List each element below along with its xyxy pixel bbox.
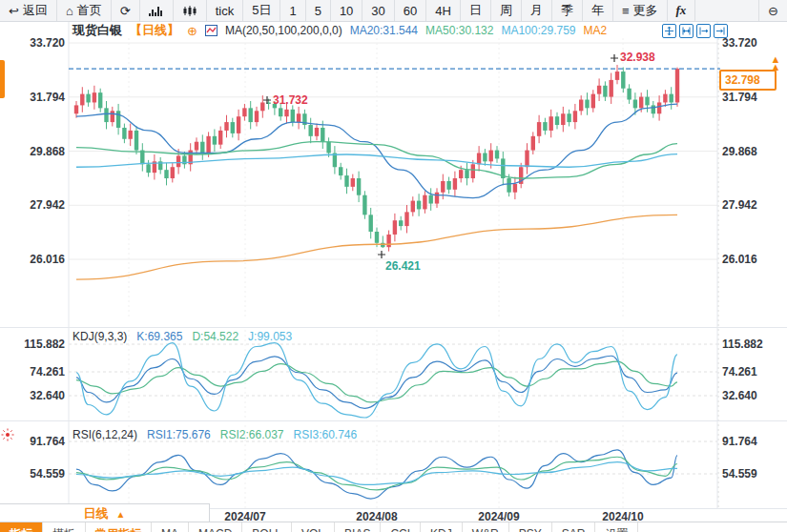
more-button-icon: ≡ bbox=[622, 5, 630, 17]
interval-tick-label: tick bbox=[216, 4, 235, 18]
tab-PSY[interactable]: PSY bbox=[509, 522, 552, 532]
candle-body bbox=[597, 86, 601, 94]
back-button-icon: ↩ bbox=[9, 5, 19, 17]
interval-5[interactable]: 5 bbox=[306, 0, 331, 21]
candle-body bbox=[675, 69, 679, 102]
indicator-tab-bar: 指标模板常用指标MAMACDBOLLVOLBIASCCIKDJW&RPSYSAR… bbox=[0, 522, 787, 532]
interval-1[interactable]: 1 bbox=[280, 0, 305, 21]
tab-常用指标[interactable]: 常用指标 bbox=[86, 522, 152, 532]
tab-MA[interactable]: MA bbox=[152, 522, 189, 532]
home-button[interactable]: ⌂首页 bbox=[57, 0, 112, 21]
back-button-label: 返回 bbox=[23, 2, 48, 19]
chart-canvas[interactable]: 32.93831.73226.421 bbox=[0, 21, 787, 532]
current-price-tag[interactable]: 32.798 bbox=[719, 70, 777, 91]
candle-body bbox=[116, 111, 120, 128]
symbol-name: 现货白银 bbox=[72, 22, 122, 39]
rsi3-value: RSI3:60.746 bbox=[293, 428, 357, 441]
candle-body bbox=[555, 116, 559, 125]
add-indicator-icon[interactable]: ⊕ bbox=[187, 24, 197, 38]
candle-body bbox=[206, 136, 210, 153]
candle-body bbox=[291, 110, 295, 122]
candle-body bbox=[104, 108, 108, 122]
interval-quarter[interactable]: 季 bbox=[552, 0, 583, 21]
refresh-button[interactable]: ⟳ bbox=[112, 0, 140, 21]
interval-5d-label: 5日 bbox=[252, 2, 271, 19]
tab-设置[interactable]: 设置 bbox=[595, 522, 638, 532]
zoom-out-button[interactable]: ⊖ bbox=[758, 0, 787, 21]
zoom-out-icon: ⊖ bbox=[768, 5, 778, 17]
crosshair-move-icon[interactable] bbox=[662, 24, 676, 38]
tab-MACD[interactable]: MACD bbox=[189, 522, 242, 532]
tab-BIAS[interactable]: BIAS bbox=[335, 522, 381, 532]
pan-right-icon[interactable] bbox=[696, 24, 711, 38]
interval-60[interactable]: 60 bbox=[395, 0, 426, 21]
back-button[interactable]: ↩返回 bbox=[0, 0, 57, 21]
candle-body bbox=[255, 111, 259, 122]
interval-quarter-label: 季 bbox=[561, 2, 573, 19]
candle-body bbox=[399, 220, 403, 226]
candle-body bbox=[579, 100, 583, 112]
candle-body bbox=[242, 108, 246, 116]
fx-button[interactable]: fx bbox=[668, 0, 696, 21]
interval-5d[interactable]: 5日 bbox=[243, 0, 280, 21]
line-chart-button[interactable] bbox=[140, 0, 174, 21]
fit-x-axis-icon[interactable] bbox=[679, 24, 694, 38]
ma-params-label: MA(20,50,100,200,0,0) bbox=[225, 24, 342, 37]
interval-10-label: 10 bbox=[340, 4, 353, 18]
interval-30[interactable]: 30 bbox=[362, 0, 394, 21]
go-to-latest-icon[interactable] bbox=[714, 24, 728, 38]
current-price-value: 32.798 bbox=[725, 73, 760, 87]
tab-BOLL[interactable]: BOLL bbox=[242, 522, 292, 532]
interval-4h[interactable]: 4H bbox=[426, 0, 461, 21]
interval-60-label: 60 bbox=[404, 4, 417, 18]
interval-year[interactable]: 年 bbox=[583, 0, 613, 21]
interval-30-label: 30 bbox=[371, 4, 384, 18]
candle-body bbox=[531, 136, 535, 151]
interval-tick[interactable]: tick bbox=[207, 0, 244, 21]
tab-KDJ[interactable]: KDJ bbox=[421, 522, 463, 532]
candle-body bbox=[657, 102, 661, 113]
candle-body bbox=[489, 151, 493, 162]
candle-body bbox=[369, 215, 373, 232]
candle-body bbox=[459, 170, 463, 178]
candle-body bbox=[74, 105, 78, 113]
candle-body bbox=[279, 108, 282, 116]
candle-body bbox=[603, 86, 607, 97]
candle-body bbox=[386, 235, 390, 247]
kdj-header: KDJ(9,3,3) K:69.365 D:54.522 J:99.053 bbox=[72, 330, 292, 343]
more-button-label: 更多 bbox=[633, 2, 658, 19]
candle-body bbox=[98, 92, 102, 108]
interval-10[interactable]: 10 bbox=[331, 0, 362, 21]
tab-模板[interactable]: 模板 bbox=[43, 522, 86, 532]
low-annotation: 26.421 bbox=[385, 259, 421, 273]
candle-body bbox=[423, 195, 426, 210]
candle-body bbox=[393, 220, 397, 235]
live-indicator-icon[interactable] bbox=[1, 428, 14, 445]
candle-body bbox=[284, 110, 288, 116]
interval-month[interactable]: 月 bbox=[522, 0, 552, 21]
candle-body bbox=[513, 184, 517, 193]
interval-week[interactable]: 周 bbox=[491, 0, 522, 21]
candle-body bbox=[670, 94, 673, 103]
tab-W&R[interactable]: W&R bbox=[463, 522, 509, 532]
candle-body bbox=[610, 80, 613, 97]
mid-high-annotation: 31.732 bbox=[273, 93, 308, 107]
tab-SAR[interactable]: SAR bbox=[552, 522, 596, 532]
candle-body bbox=[404, 212, 408, 226]
candlestick-button[interactable] bbox=[174, 0, 207, 21]
tab-指标[interactable]: 指标 bbox=[0, 522, 43, 532]
period-selector[interactable]: 日线 ▲ bbox=[0, 503, 210, 523]
interval-year-label: 年 bbox=[591, 2, 604, 19]
more-button[interactable]: ≡更多 bbox=[613, 0, 668, 21]
candle-body bbox=[344, 175, 348, 187]
tab-VOL[interactable]: VOL bbox=[292, 522, 335, 532]
candle-body bbox=[453, 178, 457, 190]
drawer-handle[interactable] bbox=[0, 60, 5, 98]
rsi-title: RSI(6,12,24) bbox=[72, 428, 137, 441]
interval-day[interactable]: 日 bbox=[461, 0, 491, 21]
tab-CCI[interactable]: CCI bbox=[381, 522, 421, 532]
candle-body bbox=[80, 94, 84, 106]
candle-body bbox=[200, 142, 204, 153]
period-label: 日线 bbox=[84, 505, 109, 522]
candle-body bbox=[93, 92, 96, 102]
